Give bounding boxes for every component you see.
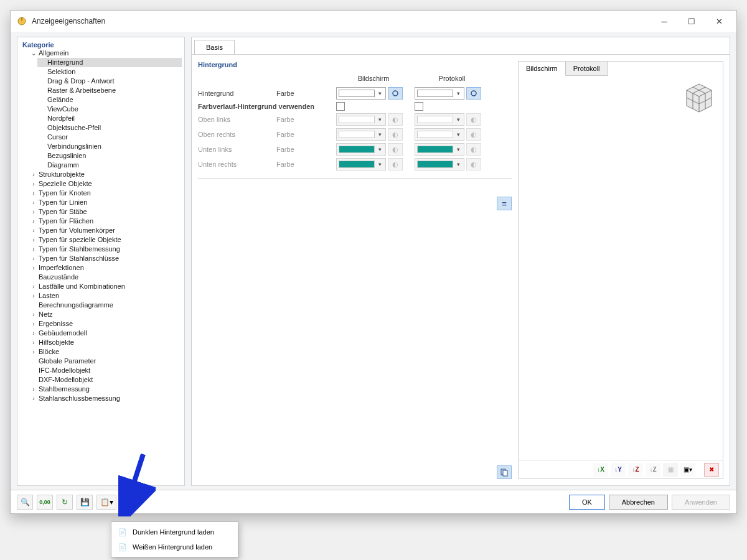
dialog-footer: 🔍 0,00 ↻ 💾 📋▾ OK Abbrechen Anwenden	[11, 490, 736, 513]
preset-dark-item[interactable]: 📄 Dunklen Hintergrund laden	[111, 525, 238, 539]
tree-item-nordpfeil[interactable]: Nordpfeil	[37, 114, 182, 123]
tree-item-imperfektionen[interactable]: ›Imperfektionen	[29, 263, 182, 273]
preview-canvas[interactable]	[519, 76, 723, 460]
oben-rechts-protokoll-color: ▾	[415, 128, 464, 141]
view-reset-button[interactable]: ✖	[704, 463, 719, 477]
picker-icon: ◐	[466, 113, 481, 126]
tree-item-diagramm[interactable]: Diagramm	[37, 161, 182, 170]
row-unten-rechts-label: Unten rechts	[198, 161, 273, 168]
category-tree[interactable]: ⌄Allgemein Hintergrund Selektion Drag & …	[17, 49, 184, 485]
tree-item-strukturobjekte[interactable]: ›Strukturobjekte	[29, 170, 182, 179]
tree-item-bauzustaende[interactable]: Bauzustände	[29, 273, 182, 282]
tree-item-typen-stahlbem[interactable]: ›Typen für Stahlbemessung	[29, 245, 182, 254]
main-tabs: Basis	[192, 37, 730, 55]
tree-item-gelaende[interactable]: Gelände	[37, 95, 182, 105]
tree-item-bezugslinien[interactable]: Bezugslinien	[37, 151, 182, 161]
tree-item-netz[interactable]: ›Netz	[29, 310, 182, 319]
view-y-button[interactable]: ↓Y	[611, 463, 626, 477]
tab-basis[interactable]: Basis	[194, 40, 235, 54]
tree-item-hintergrund[interactable]: Hintergrund	[37, 58, 182, 67]
apply-button[interactable]: Anwenden	[672, 495, 730, 510]
tree-item-dxf[interactable]: DXF-Modellobjekt	[29, 375, 182, 385]
tree-item-hilfsobjekte[interactable]: ›Hilfsobjekte	[29, 338, 182, 347]
tree-item-objektsuche[interactable]: Objektsuche-Pfeil	[37, 123, 182, 133]
tree-item-lasten[interactable]: ›Lasten	[29, 291, 182, 301]
dialog-window: Anzeigeeigenschaften ─ ☐ ✕ Kategorie ⌄Al…	[10, 10, 737, 514]
tree-item-selektion[interactable]: Selektion	[37, 67, 182, 77]
preview-tab-bildschirm[interactable]: Bildschirm	[519, 62, 566, 76]
tree-item-stahlbemessung[interactable]: ›Stahlbemessung	[29, 385, 182, 394]
view-iso-button[interactable]: ↓Z	[646, 463, 660, 477]
unten-links-protokoll-color: ▾	[415, 143, 464, 156]
refresh-tool-icon[interactable]: ↻	[57, 495, 73, 510]
category-header: Kategorie	[17, 37, 184, 49]
tree-item-stahlanschluss[interactable]: ›Stahlanschlussbemessung	[29, 394, 182, 403]
row-oben-rechts-label: Oben rechts	[198, 131, 273, 138]
sync-columns-button[interactable]: =	[497, 197, 512, 210]
tree-item-cursor[interactable]: Cursor	[37, 133, 182, 142]
close-button[interactable]: ✕	[705, 12, 733, 30]
search-tool-icon[interactable]: 🔍	[17, 495, 33, 510]
ok-button[interactable]: OK	[569, 495, 605, 510]
tree-item-ifc[interactable]: IFC-Modellobjekt	[29, 366, 182, 375]
viewcube-icon[interactable]	[680, 81, 718, 115]
tree-item-dragdrop[interactable]: Drag & Drop - Antwort	[37, 77, 182, 86]
unten-rechts-protokoll-color: ▾	[415, 158, 464, 170]
save-tool-icon[interactable]: 💾	[77, 495, 93, 510]
tree-item-globale-parameter[interactable]: Globale Parameter	[29, 357, 182, 366]
tree-item-raster[interactable]: Raster & Arbeitsebene	[37, 86, 182, 95]
view-x-button[interactable]: ↓X	[593, 463, 608, 477]
farbverlauf-protokoll-check[interactable]	[415, 102, 423, 111]
tree-item-typen-flaechen[interactable]: ›Typen für Flächen	[29, 217, 182, 226]
titlebar: Anzeigeeigenschaften ─ ☐ ✕	[11, 11, 736, 32]
settings-grid: Bildschirm Protokoll Hintergrund Farbe ▾…	[198, 75, 512, 170]
copy-settings-button[interactable]	[497, 465, 512, 479]
tree-item-typen-volumen[interactable]: ›Typen für Volumenkörper	[29, 226, 182, 235]
oben-links-bildschirm-color: ▾	[336, 113, 386, 126]
tree-item-spezielle-objekte[interactable]: ›Spezielle Objekte	[29, 179, 182, 189]
preview-panel: Bildschirm Protokoll	[518, 61, 723, 479]
tree-item-allgemein[interactable]: ⌄Allgemein	[29, 49, 182, 58]
view-fit-button[interactable]: ▦	[663, 463, 678, 477]
cancel-button[interactable]: Abbrechen	[609, 495, 668, 510]
hintergrund-protokoll-picker-icon[interactable]	[466, 87, 481, 100]
load-preset-dropdown[interactable]: 📋▾	[96, 495, 116, 510]
farbverlauf-bildschirm-check[interactable]	[336, 102, 345, 111]
tree-item-verbindungslinien[interactable]: Verbindungslinien	[37, 142, 182, 151]
document-icon: 📄	[118, 542, 128, 552]
tree-item-typen-stahlanschl[interactable]: ›Typen für Stahlanschlüsse	[29, 254, 182, 263]
settings-area: Hintergrund Bildschirm Protokoll Hinterg…	[198, 61, 512, 479]
tree-item-bloecke[interactable]: ›Blöcke	[29, 347, 182, 357]
svg-rect-5	[503, 470, 507, 476]
row-hintergrund-type: Farbe	[276, 90, 332, 97]
preset-light-item[interactable]: 📄 Weißen Hintergrund laden	[111, 539, 238, 554]
picker-icon: ◐	[388, 143, 403, 156]
tree-item-berechnungsdiag[interactable]: Berechnungsdiagramme	[29, 301, 182, 310]
tree-item-lastfaelle[interactable]: ›Lastfälle und Kombinationen	[29, 282, 182, 291]
tree-item-gebaeudemodell[interactable]: ›Gebäudemodell	[29, 329, 182, 338]
picker-icon: ◐	[466, 128, 481, 141]
view-z-button[interactable]: ↓Z	[628, 463, 643, 477]
view-cube-dropdown[interactable]: ▣▾	[680, 463, 695, 477]
units-tool-icon[interactable]: 0,00	[37, 495, 53, 510]
dialog-content: Kategorie ⌄Allgemein Hintergrund Selekti…	[11, 32, 736, 490]
picker-icon: ◐	[388, 128, 403, 141]
minimize-button[interactable]: ─	[651, 12, 678, 30]
hintergrund-bildschirm-picker-icon[interactable]	[388, 87, 403, 100]
tree-item-ergebnisse[interactable]: ›Ergebnisse	[29, 319, 182, 329]
hintergrund-protokoll-color[interactable]: ▾	[415, 87, 464, 100]
tree-item-typen-linien[interactable]: ›Typen für Linien	[29, 198, 182, 207]
tree-item-typen-staebe[interactable]: ›Typen für Stäbe	[29, 207, 182, 217]
maximize-button[interactable]: ☐	[678, 12, 705, 30]
oben-links-protokoll-color: ▾	[415, 113, 464, 126]
tree-item-typen-knoten[interactable]: ›Typen für Knoten	[29, 189, 182, 198]
svg-rect-1	[21, 17, 22, 21]
category-sidebar: Kategorie ⌄Allgemein Hintergrund Selekti…	[17, 37, 185, 486]
preview-tab-protokoll[interactable]: Protokoll	[566, 62, 608, 76]
tree-item-typen-spezielle[interactable]: ›Typen für spezielle Objekte	[29, 235, 182, 245]
col-protokoll: Protokoll	[415, 75, 489, 85]
preview-toolbar: ↓X ↓Y ↓Z ↓Z ▦ ▣▾ ✖	[519, 460, 723, 478]
tree-item-viewcube[interactable]: ViewCube	[37, 105, 182, 114]
hintergrund-bildschirm-color[interactable]: ▾	[336, 87, 386, 100]
window-title: Anzeigeeigenschaften	[32, 17, 651, 26]
